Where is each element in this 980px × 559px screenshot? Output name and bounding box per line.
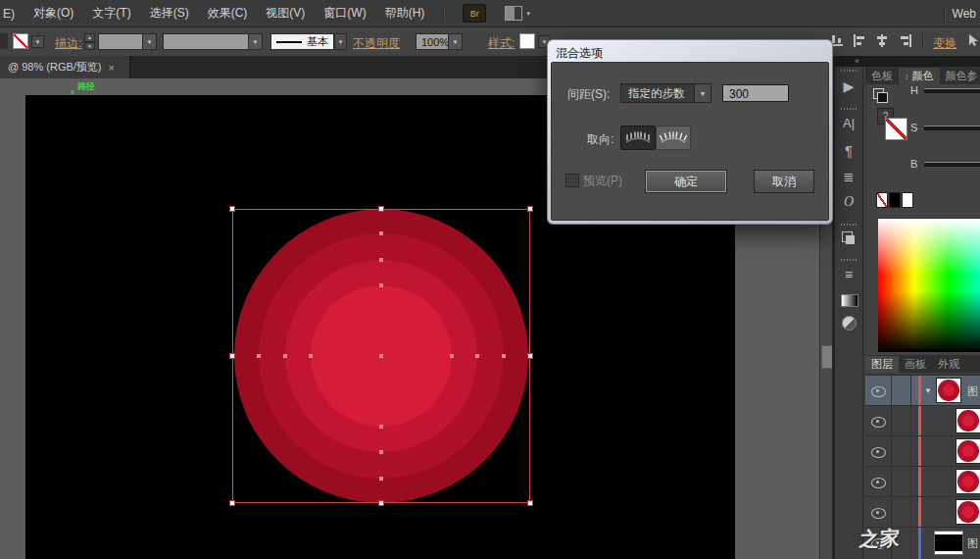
close-icon[interactable]: × [109, 62, 115, 74]
character-panel-icon[interactable]: A| [835, 116, 862, 131]
anchor-point[interactable] [379, 425, 383, 429]
center-point[interactable] [379, 354, 383, 358]
hue-slider[interactable] [924, 88, 980, 93]
visibility-eye-icon[interactable] [871, 417, 886, 428]
workspace-name[interactable]: Web [953, 7, 976, 21]
anchor-point[interactable] [379, 258, 383, 262]
layer-row-circle[interactable] [865, 435, 980, 466]
symbols-panel-icon[interactable] [842, 231, 853, 242]
tab-appearance[interactable]: 外观 [932, 356, 965, 373]
layer-row-circle[interactable] [865, 405, 980, 435]
align-to-path-button[interactable] [656, 126, 691, 150]
color-spectrum[interactable] [878, 218, 980, 352]
distribute-left-icon[interactable] [852, 33, 866, 48]
menu-item-object[interactable]: 对象(O) [33, 5, 74, 22]
saturation-slider[interactable] [924, 126, 980, 130]
fill-proxy-none-swatch[interactable] [885, 118, 907, 140]
spacing-dropdown[interactable]: 指定的步数 ▼ [620, 83, 711, 103]
transform-link[interactable]: 变换 [933, 35, 956, 52]
tab-artboards[interactable]: 画板 [899, 356, 932, 373]
layer-thumbnail[interactable] [956, 438, 980, 464]
selection-handle[interactable] [527, 206, 533, 212]
layer-thumbnail[interactable] [956, 499, 980, 525]
anchor-point[interactable] [379, 283, 383, 287]
ok-button[interactable]: 确定 [645, 170, 727, 193]
disclosure-triangle-icon[interactable]: ▼ [924, 386, 932, 395]
fill-dropdown-button[interactable]: ▼ [31, 35, 44, 48]
layer-name[interactable]: 图 [967, 536, 978, 551]
collapse-panels-icon[interactable]: « [855, 56, 859, 66]
selection-handle[interactable] [378, 206, 384, 212]
workspace-switcher[interactable]: ▼ [505, 6, 531, 21]
stroke-link[interactable]: 描边: [55, 35, 81, 52]
anchor-point[interactable] [283, 354, 287, 358]
layer-thumbnail[interactable] [956, 408, 980, 433]
layer-thumbnail[interactable] [956, 469, 980, 494]
anchor-point[interactable] [502, 354, 506, 358]
bridge-icon[interactable]: Br [463, 4, 486, 23]
opentype-panel-icon[interactable]: O [835, 194, 862, 210]
anchor-point[interactable] [379, 450, 383, 454]
opacity-field[interactable]: 100% ▼ [416, 33, 463, 50]
selection-handle[interactable] [229, 206, 235, 212]
selection-handle[interactable] [527, 353, 533, 359]
layer-thumbnail[interactable] [936, 378, 961, 403]
visibility-eye-icon[interactable] [871, 386, 886, 397]
tab-color-guide[interactable]: 颜色参 [940, 68, 980, 84]
chevron-down-icon[interactable]: ▼ [248, 34, 262, 49]
stroke-weight-stepper[interactable]: ▲ ▼ [84, 33, 95, 50]
menu-item-type[interactable]: 文字(T) [92, 5, 130, 22]
chevron-down-icon[interactable]: ▼ [142, 34, 156, 49]
tab-color[interactable]: ↕ 颜色 [899, 68, 940, 84]
layer-row-circle[interactable] [865, 466, 980, 496]
anchor-point[interactable] [379, 477, 383, 481]
visibility-eye-icon[interactable] [871, 478, 886, 488]
chevron-down-icon[interactable]: ▼ [694, 84, 710, 102]
style-link[interactable]: 样式: [488, 35, 514, 52]
anchor-point[interactable] [450, 354, 454, 358]
selection-handle[interactable] [527, 500, 533, 506]
anchor-point[interactable] [475, 354, 479, 358]
cancel-button[interactable]: 取消 [754, 170, 814, 193]
menu-item-help[interactable]: 帮助(H) [385, 5, 425, 22]
stepper-down-icon[interactable]: ▼ [84, 42, 95, 51]
menu-item-window[interactable]: 窗口(W) [323, 5, 366, 22]
menu-item-select[interactable]: 选择(S) [150, 5, 189, 22]
opacity-link[interactable]: 不透明度 [353, 35, 400, 52]
menu-item-effect[interactable]: 效果(C) [208, 5, 248, 22]
dock-grip[interactable] [841, 259, 857, 261]
layer-name[interactable]: 图 [967, 384, 978, 399]
preview-checkbox[interactable] [565, 174, 579, 187]
layer-thumbnail[interactable] [934, 531, 963, 555]
transparency-panel-icon[interactable] [842, 316, 857, 330]
visibility-eye-icon[interactable] [871, 508, 886, 519]
dock-grip[interactable] [841, 70, 857, 72]
steps-input[interactable]: 300 [722, 84, 789, 102]
none-swatch[interactable] [876, 192, 888, 208]
tab-swatches[interactable]: 色板 [865, 68, 899, 84]
black-swatch[interactable] [889, 192, 901, 208]
selection-handle[interactable] [229, 353, 235, 359]
menu-item-edit-partial[interactable]: E) [3, 7, 15, 21]
stepper-up-icon[interactable]: ▲ [84, 33, 95, 42]
align-to-page-button[interactable] [620, 126, 656, 150]
fill-none-swatch[interactable] [13, 33, 28, 49]
dock-grip[interactable] [841, 108, 857, 110]
brightness-slider[interactable] [924, 162, 980, 167]
style-swatch[interactable] [519, 33, 535, 49]
paragraph-styles-panel-icon[interactable]: ≣ [835, 170, 862, 185]
document-tab[interactable]: @ 98% (RGB/预览) × [0, 56, 130, 78]
scrollbar-thumb[interactable] [821, 345, 832, 369]
distribute-center-icon[interactable] [875, 33, 890, 48]
layer-row-circle[interactable] [865, 496, 980, 527]
chevron-down-icon[interactable]: ▼ [448, 34, 462, 49]
layer-row-blend[interactable]: ▼ 图 [865, 375, 980, 405]
dialog-title[interactable]: 混合选项 [551, 43, 829, 62]
white-swatch[interactable] [902, 192, 913, 208]
dock-grip[interactable] [841, 224, 857, 226]
pointer-icon[interactable] [966, 33, 980, 48]
fill-stroke-proxy-icon[interactable] [873, 88, 884, 99]
selection-handle[interactable] [378, 500, 384, 506]
actions-panel-icon[interactable]: ▶ [835, 78, 862, 94]
visibility-eye-icon[interactable] [871, 447, 886, 458]
